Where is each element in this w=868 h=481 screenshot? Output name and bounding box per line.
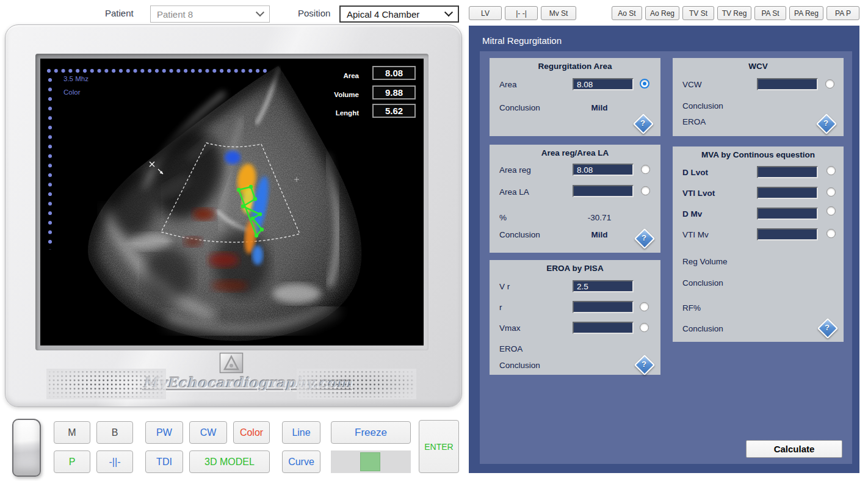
reg-volume-label: Reg Volume: [682, 257, 728, 266]
vcw-label: VCW: [682, 80, 702, 89]
section-eroa-pisa: EROA by PISA V r r Vmax EROA Conclusion …: [490, 260, 660, 375]
help-icon[interactable]: ?: [818, 319, 836, 337]
area-reg-label: Area reg: [499, 165, 531, 175]
section-title: Area reg/Area LA: [490, 148, 660, 157]
enter-button[interactable]: ENTER: [419, 420, 459, 473]
question-mark: ?: [634, 118, 652, 128]
vcw-radio[interactable]: [825, 79, 834, 89]
vti-mv-label: VTI Mv: [682, 230, 709, 239]
area-la-label: Area LA: [499, 187, 529, 197]
help-icon[interactable]: ?: [817, 114, 835, 132]
b-mode-button[interactable]: B: [96, 421, 133, 444]
line-button[interactable]: Line: [282, 421, 320, 444]
pa-reg-button[interactable]: PA Reg: [789, 6, 823, 20]
panel-title: Mitral Regurgitation: [482, 35, 562, 46]
gain-slider-track[interactable]: [331, 450, 411, 473]
r-label: r: [499, 303, 502, 312]
conclusion-label: Conclusion: [499, 230, 540, 239]
vti-lvot-radio[interactable]: [826, 187, 836, 197]
vti-mv-input[interactable]: [757, 228, 818, 240]
r-radio[interactable]: [640, 302, 649, 311]
section-title: MVA by Continous equestion: [673, 150, 844, 159]
lv-button[interactable]: LV: [469, 6, 502, 20]
tv-st-button[interactable]: TV St: [682, 6, 714, 20]
pa-p-button[interactable]: PA P: [826, 6, 859, 20]
area-input[interactable]: [573, 78, 634, 90]
calculate-button[interactable]: Calculate: [746, 440, 842, 458]
ao-st-button[interactable]: Ao St: [612, 6, 642, 20]
conclusion-label: Conclusion: [682, 278, 723, 288]
section-area-ratio: Area reg/Area LA Area reg Area LA % -30.…: [490, 145, 660, 253]
d-lvot-input[interactable]: [757, 166, 818, 178]
position-select[interactable]: Apical 4 Chamber: [339, 5, 459, 23]
view-button-group: LV |- -| Mv St: [469, 6, 576, 20]
p-button[interactable]: P: [54, 450, 90, 473]
area-measure-label: Area: [309, 72, 359, 79]
monitor-bezel: 3.5 Mhz Color Area 8.08 Volume 9.88 Leng…: [5, 24, 462, 407]
vcw-input[interactable]: [757, 78, 818, 90]
chevron-down-icon: [256, 8, 264, 16]
frequency-label: 3.5 Mhz: [63, 75, 89, 82]
vmax-input[interactable]: [573, 322, 634, 334]
ruler-dots-horizontal: [46, 68, 269, 74]
area-reg-radio[interactable]: [641, 165, 650, 174]
caliper-button[interactable]: |- -|: [505, 6, 538, 20]
d-mv-input[interactable]: [757, 208, 818, 220]
d-mv-radio[interactable]: [826, 206, 836, 215]
gate-button[interactable]: -||-: [96, 450, 133, 473]
question-mark: ?: [818, 323, 836, 332]
section-regurgitation-area: Regurgitation Area Area Conclusion Mild …: [490, 58, 660, 136]
vmax-radio[interactable]: [640, 323, 649, 332]
section-title: EROA by PISA: [490, 264, 660, 273]
study-button-group: Ao St Ao Reg TV St TV Reg PA St PA Reg P…: [612, 6, 859, 20]
area-la-input[interactable]: [573, 185, 634, 197]
percent-label: %: [499, 213, 507, 222]
section-mva: MVA by Continous equestion D Lvot VTI Lv…: [673, 146, 844, 342]
d-mv-label: D Mv: [682, 209, 702, 219]
tv-reg-button[interactable]: TV Reg: [717, 6, 751, 20]
model-3d-button[interactable]: 3D MODEL: [189, 450, 270, 473]
section-title: Regurgitation Area: [490, 62, 660, 71]
transducer-probe[interactable]: [12, 419, 41, 477]
question-mark: ?: [817, 118, 835, 128]
d-lvot-label: D Lvot: [682, 168, 708, 177]
section-wcv: WCV VCW Conclusion EROA ?: [673, 58, 844, 136]
mode-label: Color: [63, 89, 80, 96]
d-lvot-radio[interactable]: [826, 166, 836, 175]
pa-st-button[interactable]: PA St: [754, 6, 786, 20]
ao-reg-button[interactable]: Ao Reg: [645, 6, 679, 20]
vti-mv-radio[interactable]: [826, 229, 836, 238]
mv-st-button[interactable]: Mv St: [541, 6, 576, 20]
area-radio[interactable]: [640, 79, 649, 89]
help-icon[interactable]: ?: [634, 114, 652, 132]
vti-lvot-input[interactable]: [757, 187, 818, 199]
freeze-button[interactable]: Freeze: [331, 421, 411, 444]
cw-button[interactable]: CW: [189, 421, 227, 444]
area-la-radio[interactable]: [641, 186, 650, 195]
color-button[interactable]: Color: [233, 421, 270, 444]
conclusion-label: Conclusion: [499, 361, 540, 370]
gain-slider-handle[interactable]: [360, 452, 380, 471]
section-title: WCV: [673, 62, 844, 71]
pw-button[interactable]: PW: [145, 421, 183, 444]
area-label: Area: [499, 80, 517, 89]
area-reg-input[interactable]: [573, 164, 634, 176]
patient-select[interactable]: Patient 8: [150, 5, 270, 23]
m-mode-button[interactable]: M: [54, 421, 90, 444]
patient-select-value: Patient 8: [157, 9, 193, 20]
mitral-regurgitation-panel: Mitral Regurgitation Regurgitation Area …: [469, 26, 859, 473]
speaker-grille-left: [48, 371, 164, 397]
help-icon[interactable]: ?: [635, 355, 653, 374]
curve-button[interactable]: Curve: [282, 450, 320, 473]
conclusion-value: Mild: [563, 230, 636, 239]
length-measure-value: 5.62: [372, 104, 416, 118]
help-icon[interactable]: ?: [635, 229, 653, 247]
eroa-label: EROA: [682, 117, 706, 126]
volume-measure-label: Volume: [309, 91, 359, 98]
vti-lvot-label: VTI Lvot: [682, 189, 715, 198]
vr-input[interactable]: [573, 280, 634, 292]
r-input[interactable]: [573, 301, 634, 313]
tdi-button[interactable]: TDI: [145, 450, 183, 473]
position-select-value: Apical 4 Chamber: [347, 9, 419, 20]
length-measure-label: Lenght: [309, 109, 359, 117]
